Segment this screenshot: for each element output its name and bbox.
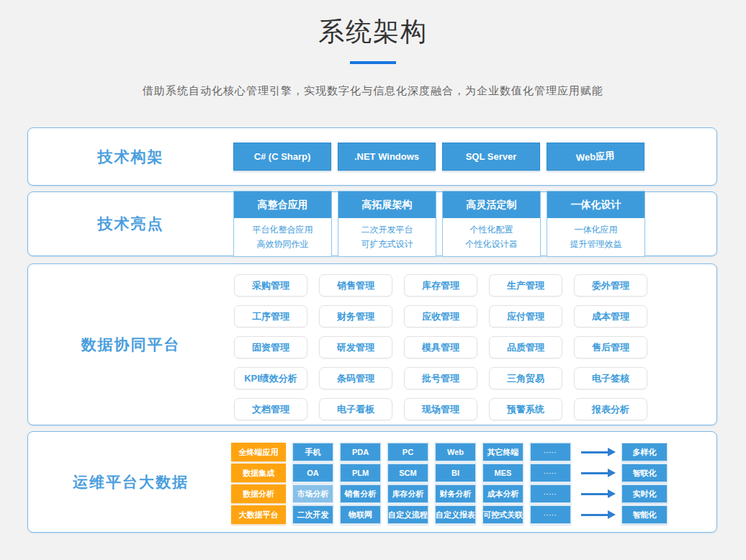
module-button[interactable]: 模具管理 <box>404 336 477 358</box>
module-button[interactable]: 报表分析 <box>574 398 647 420</box>
bigdata-item[interactable]: Web <box>435 443 476 461</box>
module-button[interactable]: 销售管理 <box>319 274 392 297</box>
tech-stack-button-label: SQL Server <box>466 151 517 162</box>
module-button[interactable]: 库存管理 <box>404 274 477 297</box>
bigdata-row-tag: 全终端应用 <box>231 443 286 461</box>
highlight-card-line: 平台化整合应用 <box>235 222 330 237</box>
highlight-card-line: 二次开发平台 <box>340 222 434 237</box>
bigdata-item[interactable]: 财务分析 <box>435 484 476 503</box>
bigdata-item-more[interactable]: ····· <box>530 484 571 503</box>
bigdata-item[interactable]: 市场分析 <box>292 484 333 503</box>
bigdata-item[interactable]: 物联网 <box>340 505 381 524</box>
system-architecture-page: 系统架构 借助系统自动化核心管理引擎，实现数字化与信息化深度融合，为企业数值化管… <box>0 0 746 560</box>
highlight-card-body: 二次开发平台 可扩充式设计 <box>338 218 436 256</box>
highlight-card-line: 个性化设计器 <box>444 237 539 251</box>
page-title: 系统架构 <box>0 14 746 50</box>
module-button[interactable]: 现场管理 <box>404 398 477 420</box>
bigdata-item[interactable]: BI <box>435 464 476 482</box>
bigdata-row-tag: 数据集成 <box>231 464 286 482</box>
bigdata-result: 多样化 <box>621 443 668 461</box>
highlight-card-body: 平台化整合应用 高效协同作业 <box>234 218 331 256</box>
module-button[interactable]: 研发管理 <box>319 336 392 358</box>
tech-stack-button-csharp[interactable]: C# (C Sharp) <box>233 143 331 171</box>
section-label-data-platform: 数据协同平台 <box>28 264 233 425</box>
section-highlights: 技术亮点 高整合应用 平台化整合应用 高效协同作业 高拓展架构 二次开发平台 可… <box>27 191 717 256</box>
bigdata-item[interactable]: 手机 <box>292 443 333 461</box>
module-button[interactable]: 电子签核 <box>574 367 647 389</box>
bigdata-item[interactable]: 销售分析 <box>340 484 381 503</box>
module-button[interactable]: 采购管理 <box>234 274 307 297</box>
highlight-card-line: 高效协同作业 <box>235 237 330 251</box>
bigdata-row-tag: 大数据平台 <box>231 505 286 524</box>
module-button[interactable]: 成本管理 <box>574 305 647 328</box>
bigdata-item[interactable]: 自定义报表 <box>435 505 476 524</box>
module-button[interactable]: 批号管理 <box>404 367 477 389</box>
bigdata-row-terminals: 全终端应用 手机 PDA PC Web 其它终端 ····· 多样化 <box>231 443 668 461</box>
section-label-bigdata: 运维平台大数据 <box>28 432 233 532</box>
highlight-card-line: 可扩充式设计 <box>340 237 434 251</box>
module-button[interactable]: 预警系统 <box>489 398 562 420</box>
highlight-card-line: 提升管理效益 <box>549 237 643 251</box>
arrow-right-icon <box>581 472 608 474</box>
module-button[interactable]: 文档管理 <box>234 398 307 420</box>
bigdata-item[interactable]: 二次开发 <box>292 505 333 524</box>
bigdata-row-tag: 数据分析 <box>231 484 286 503</box>
bigdata-item[interactable]: PDA <box>340 443 381 461</box>
module-button[interactable]: 应付管理 <box>489 305 562 328</box>
bigdata-item[interactable]: 其它终端 <box>482 443 523 461</box>
page-subtitle: 借助系统自动化核心管理引擎，实现数字化与信息化深度融合，为企业数值化管理应用赋能 <box>0 84 746 98</box>
module-button[interactable]: KPI绩效分析 <box>234 367 307 389</box>
highlight-cards: 高整合应用 平台化整合应用 高效协同作业 高拓展架构 二次开发平台 可扩充式设计… <box>233 192 645 256</box>
module-button[interactable]: 财务管理 <box>319 305 392 328</box>
bigdata-result: 实时化 <box>621 484 668 503</box>
highlight-card-integration: 高整合应用 平台化整合应用 高效协同作业 <box>233 191 332 257</box>
module-button[interactable]: 条码管理 <box>319 367 392 389</box>
arrow-right-icon <box>581 514 608 516</box>
bigdata-item-more[interactable]: ····· <box>530 505 571 524</box>
module-button[interactable]: 委外管理 <box>574 274 647 297</box>
highlight-card-line: 一体化应用 <box>549 222 643 237</box>
tech-stack-button-label: C# (C Sharp) <box>254 151 311 162</box>
highlight-card-allinone: 一体化设计 一体化应用 提升管理效益 <box>547 191 645 257</box>
bigdata-rows: 全终端应用 手机 PDA PC Web 其它终端 ····· 多样化 数据集成 … <box>231 443 668 524</box>
tech-stack-button-sqlserver[interactable]: SQL Server <box>442 143 540 171</box>
bigdata-result: 智能化 <box>621 505 668 524</box>
bigdata-row-platform: 大数据平台 二次开发 物联网 自定义流程 自定义报表 可控式关联 ····· 智… <box>231 505 668 524</box>
tech-stack-button-label: .NET Windows <box>354 151 419 162</box>
bigdata-item-more[interactable]: ····· <box>530 464 571 482</box>
module-grid: 采购管理 销售管理 库存管理 生产管理 委外管理 工序管理 财务管理 应收管理 … <box>234 274 647 420</box>
highlight-card-title: 高整合应用 <box>234 191 331 218</box>
module-button[interactable]: 生产管理 <box>489 274 562 297</box>
highlight-card-line: 个性化配置 <box>444 222 539 237</box>
bigdata-item[interactable]: 自定义流程 <box>387 505 428 524</box>
tech-stack-button-dotnet[interactable]: .NET Windows <box>338 143 436 171</box>
bigdata-item[interactable]: PC <box>387 443 428 461</box>
section-tech-stack: 技术构架 C# (C Sharp) .NET Windows SQL Serve… <box>27 127 717 186</box>
highlight-card-extensibility: 高拓展架构 二次开发平台 可扩充式设计 <box>338 191 436 257</box>
tech-stack-button-label: Web应用 <box>576 149 615 165</box>
title-underline <box>350 61 396 64</box>
bigdata-item[interactable]: PLM <box>340 464 381 482</box>
highlight-card-body: 一体化应用 提升管理效益 <box>547 218 644 256</box>
page-header: 系统架构 借助系统自动化核心管理引擎，实现数字化与信息化深度融合，为企业数值化管… <box>0 0 746 98</box>
module-button[interactable]: 电子看板 <box>319 398 392 420</box>
bigdata-item[interactable]: 库存分析 <box>387 484 428 503</box>
module-button[interactable]: 应收管理 <box>404 305 477 328</box>
module-button[interactable]: 品质管理 <box>489 336 562 358</box>
bigdata-item-more[interactable]: ····· <box>530 443 571 461</box>
tech-stack-button-web[interactable]: Web应用 <box>547 143 644 171</box>
module-button[interactable]: 工序管理 <box>234 305 307 328</box>
bigdata-row-analysis: 数据分析 市场分析 销售分析 库存分析 财务分析 成本分析 ····· 实时化 <box>231 484 668 503</box>
bigdata-item[interactable]: MES <box>482 464 523 482</box>
bigdata-item[interactable]: 成本分析 <box>482 484 523 503</box>
module-button[interactable]: 三角贸易 <box>489 367 562 389</box>
module-button[interactable]: 固资管理 <box>234 336 307 358</box>
module-button[interactable]: 售后管理 <box>574 336 647 358</box>
highlight-card-customization: 高灵活定制 个性化配置 个性化设计器 <box>442 191 541 257</box>
bigdata-item[interactable]: 可控式关联 <box>482 505 523 524</box>
bigdata-row-integration: 数据集成 OA PLM SCM BI MES ····· 智联化 <box>231 464 668 482</box>
highlight-card-title: 高拓展架构 <box>338 191 436 218</box>
bigdata-item[interactable]: OA <box>292 464 333 482</box>
arrow-right-icon <box>581 493 608 495</box>
bigdata-item[interactable]: SCM <box>387 464 428 482</box>
